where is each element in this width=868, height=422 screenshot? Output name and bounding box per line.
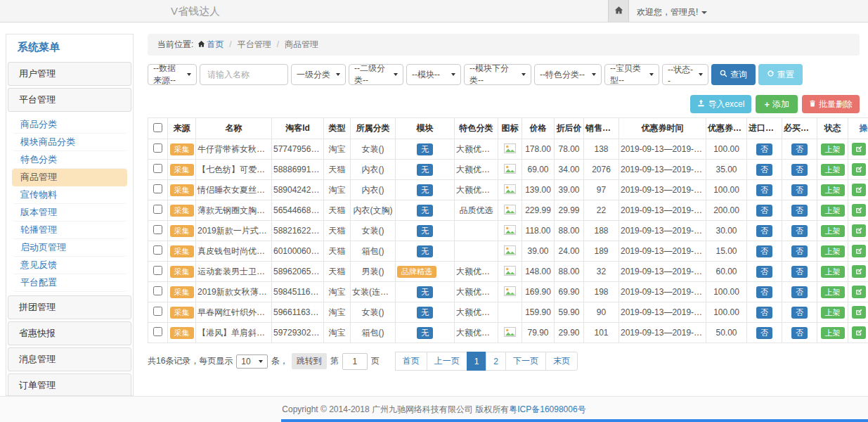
import-select-toggle[interactable]: 否	[756, 266, 772, 278]
must-buy-toggle[interactable]: 否	[791, 307, 808, 319]
breadcrumb-separator: /	[277, 39, 279, 49]
status-badge[interactable]: 上架	[821, 143, 845, 155]
user-menu[interactable]: 欢迎您，管理员!	[637, 6, 707, 18]
sidebar-submenu-item[interactable]: 版本管理	[12, 204, 127, 222]
sidebar-group-item[interactable]: 消息管理	[8, 347, 131, 371]
must-buy-toggle[interactable]: 否	[791, 245, 808, 257]
filter-select-level2-category[interactable]: --二级分类--	[349, 64, 403, 85]
sidebar-submenu-item[interactable]: 轮播管理	[12, 222, 127, 239]
add-button[interactable]: + 添加	[756, 95, 798, 113]
edit-button[interactable]	[852, 245, 866, 257]
must-buy-cell: 否	[782, 200, 817, 221]
name-search-input[interactable]	[200, 64, 288, 85]
filter-select-data-source[interactable]: --数据来源--	[148, 64, 197, 85]
status-badge[interactable]: 上架	[821, 327, 845, 339]
select-value: 一级分类	[297, 69, 330, 81]
row-checkbox[interactable]	[153, 225, 162, 234]
filter-select-status[interactable]: --状态--	[662, 64, 708, 85]
filter-select-feature-category[interactable]: --特色分类--	[534, 64, 602, 85]
sidebar-submenu-item[interactable]: 宣传物料	[12, 186, 127, 204]
page-button[interactable]: 下一页	[505, 352, 546, 371]
import-select-toggle[interactable]: 否	[756, 307, 772, 319]
must-buy-toggle[interactable]: 否	[791, 286, 808, 298]
status-badge[interactable]: 上架	[821, 205, 845, 217]
category: 内衣(文胸)	[351, 200, 396, 221]
status-badge[interactable]: 上架	[821, 225, 845, 237]
filter-select-module-subcategory[interactable]: --模块下分类--	[464, 64, 531, 85]
row-checkbox[interactable]	[153, 143, 162, 153]
sidebar-submenu-item[interactable]: 商品分类	[12, 116, 127, 134]
row-checkbox[interactable]	[153, 266, 162, 275]
status-badge[interactable]: 上架	[821, 307, 845, 319]
sidebar-group-item[interactable]: 省惠快报	[8, 321, 131, 345]
must-buy-toggle[interactable]: 否	[791, 327, 808, 339]
row-checkbox[interactable]	[153, 184, 162, 193]
sidebar-group-item[interactable]: 订单管理	[8, 373, 131, 396]
row-checkbox[interactable]	[153, 205, 162, 214]
page-button[interactable]: 上一页	[427, 352, 467, 371]
import-select-toggle[interactable]: 否	[756, 286, 772, 298]
edit-button[interactable]	[852, 326, 866, 339]
page-button[interactable]: 1	[467, 352, 487, 371]
sidebar-submenu-item[interactable]: 启动页管理	[12, 239, 127, 257]
edit-button[interactable]	[852, 204, 866, 217]
page-button[interactable]: 2	[486, 352, 506, 371]
import-select-toggle[interactable]: 否	[756, 164, 772, 176]
sidebar-submenu-item[interactable]: 特色分类	[12, 151, 127, 169]
sidebar-submenu-item[interactable]: 意见反馈	[12, 257, 127, 274]
page-size-select[interactable]: 10	[236, 354, 267, 369]
import-select-toggle[interactable]: 否	[756, 245, 772, 257]
must-buy-toggle[interactable]: 否	[791, 205, 808, 217]
filter-select-level1-category[interactable]: 一级分类	[291, 64, 346, 85]
sidebar-item-platform-management[interactable]: 平台管理	[8, 88, 131, 112]
import-select-toggle[interactable]: 否	[756, 184, 772, 196]
row-checkbox[interactable]	[153, 286, 162, 295]
row-checkbox[interactable]	[153, 245, 162, 255]
row-select-cell	[148, 262, 168, 282]
status-badge[interactable]: 上架	[821, 286, 845, 298]
sales-count: 138	[584, 139, 619, 160]
edit-button[interactable]	[852, 306, 866, 319]
edit-button[interactable]	[852, 163, 866, 176]
jump-button[interactable]: 跳转到	[292, 353, 327, 369]
sidebar-item-user-management[interactable]: 用户管理	[8, 62, 131, 86]
must-buy-toggle[interactable]: 否	[791, 184, 808, 196]
sidebar-submenu-item[interactable]: 平台配置	[12, 274, 127, 292]
home-button[interactable]	[608, 0, 629, 22]
edit-button[interactable]	[852, 143, 866, 155]
search-button[interactable]: 查询	[711, 64, 756, 85]
import-select-toggle[interactable]: 否	[756, 327, 772, 339]
filter-select-module[interactable]: --模块--	[406, 64, 461, 85]
page-number-input[interactable]	[342, 353, 368, 370]
must-buy-toggle[interactable]: 否	[791, 164, 808, 176]
edit-button[interactable]	[852, 286, 866, 298]
import-select-toggle[interactable]: 否	[756, 205, 772, 217]
sidebar-group-item[interactable]: 拼团管理	[8, 295, 131, 319]
reset-button[interactable]: 重置	[758, 64, 803, 85]
must-buy-toggle[interactable]: 否	[791, 225, 808, 237]
import-select-toggle[interactable]: 否	[756, 143, 772, 155]
sidebar-submenu-item[interactable]: 模块商品分类	[12, 134, 127, 151]
status-badge[interactable]: 上架	[821, 184, 845, 196]
sidebar-submenu-item[interactable]: 商品管理	[12, 169, 127, 186]
status-badge[interactable]: 上架	[821, 245, 845, 257]
edit-button[interactable]	[852, 224, 866, 237]
batch-delete-button[interactable]: 批量删除	[802, 95, 860, 113]
must-buy-toggle[interactable]: 否	[791, 143, 808, 155]
status-badge[interactable]: 上架	[821, 266, 845, 278]
breadcrumb-home-link[interactable]: 首页	[207, 39, 224, 49]
row-checkbox[interactable]	[153, 327, 162, 336]
must-buy-toggle[interactable]: 否	[791, 266, 808, 278]
row-checkbox[interactable]	[153, 307, 162, 316]
edit-button[interactable]	[852, 184, 866, 196]
import-excel-button[interactable]: 导入excel	[690, 95, 751, 113]
status-badge[interactable]: 上架	[821, 164, 845, 176]
page-button[interactable]: 首页	[395, 352, 427, 371]
icp-link[interactable]: 粤ICP备16098006号	[509, 404, 585, 416]
edit-button[interactable]	[852, 265, 866, 278]
import-select-toggle[interactable]: 否	[756, 225, 772, 237]
row-checkbox[interactable]	[153, 164, 162, 173]
filter-select-item-type[interactable]: --宝贝类型--	[604, 64, 659, 85]
page-button[interactable]: 末页	[545, 352, 578, 371]
select-all-checkbox[interactable]	[153, 123, 162, 132]
